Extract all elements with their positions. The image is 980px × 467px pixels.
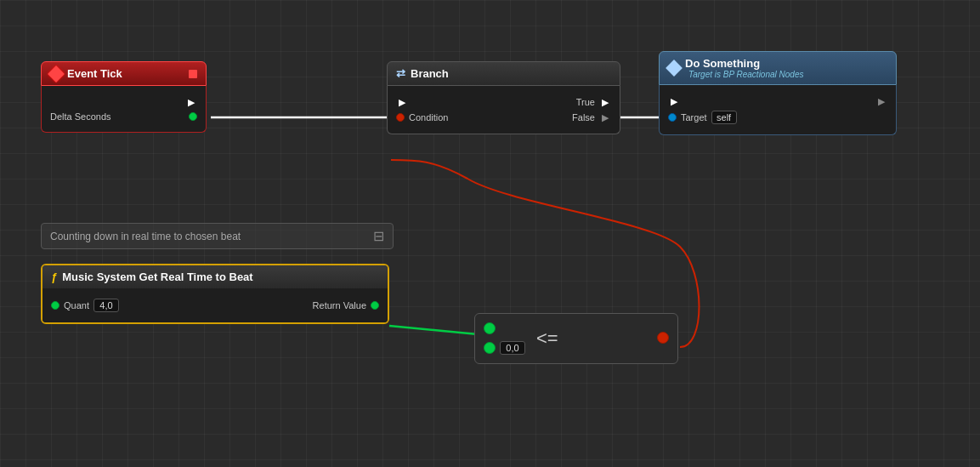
quant-label: Quant — [64, 300, 89, 310]
target-value[interactable]: self — [711, 111, 737, 124]
stop-icon — [189, 70, 197, 78]
false-label: False — [572, 112, 595, 122]
compare-output-pin[interactable] — [657, 332, 669, 344]
comment-text: Counting down in real time to chosen bea… — [50, 231, 241, 242]
event-tick-icon — [48, 65, 65, 83]
delta-seconds-label: Delta Seconds — [50, 111, 111, 122]
target-pin[interactable] — [668, 113, 677, 122]
event-tick-title: Event Tick — [67, 67, 122, 80]
compare-b-value[interactable]: 0,0 — [500, 341, 525, 355]
true-label: True — [576, 97, 595, 107]
branch-header: ⇄ Branch — [387, 61, 620, 86]
svg-line-2 — [389, 326, 478, 334]
branch-exec-row: True — [396, 96, 611, 108]
do-something-title: Do Something — [685, 57, 803, 70]
do-something-exec-row — [668, 95, 887, 107]
condition-label: Condition — [409, 112, 448, 122]
do-something-exec-output[interactable] — [875, 95, 887, 107]
compare-output — [657, 332, 669, 346]
branch-title: Branch — [411, 67, 449, 80]
false-exec-pin[interactable] — [599, 111, 611, 123]
delta-seconds-pin[interactable] — [189, 112, 197, 121]
true-exec-pin[interactable] — [599, 96, 611, 108]
compare-input-b-pin[interactable] — [484, 342, 496, 354]
music-title: Music System Get Real Time to Beat — [62, 271, 252, 283]
comment-icon: ⊟ — [373, 228, 384, 244]
condition-pin[interactable] — [396, 113, 405, 122]
event-tick-node: Event Tick Delta Seconds — [41, 61, 207, 133]
compare-operator: <= — [532, 323, 563, 354]
branch-node: ⇄ Branch True Condition False — [387, 61, 620, 134]
branch-exec-input[interactable] — [396, 96, 408, 108]
delta-seconds-row: Delta Seconds — [50, 111, 197, 122]
compare-input-a-pin[interactable] — [484, 322, 496, 334]
return-label: Return Value — [313, 300, 366, 310]
music-body: Quant 4,0 Return Value — [42, 288, 388, 322]
do-something-icon — [666, 60, 683, 77]
comment-box: Counting down in real time to chosen bea… — [41, 223, 394, 249]
compare-inputs: 0,0 — [484, 322, 525, 355]
branch-condition-row: Condition False — [396, 111, 611, 123]
blueprint-canvas: Event Tick Delta Seconds ⇄ Branch — [0, 0, 980, 467]
music-quant-row: Quant 4,0 Return Value — [51, 299, 379, 312]
exec-output-row — [50, 96, 197, 108]
do-something-header: Do Something Target is BP Reactional Nod… — [659, 51, 897, 85]
exec-output-pin[interactable] — [185, 96, 197, 108]
do-something-body: Target self — [659, 85, 897, 135]
do-something-node: Do Something Target is BP Reactional Nod… — [659, 51, 897, 135]
branch-icon: ⇄ — [396, 67, 405, 80]
target-label: Target — [681, 112, 707, 122]
do-something-target-row: Target self — [668, 111, 887, 124]
quant-value[interactable]: 4,0 — [93, 299, 119, 312]
branch-body: True Condition False — [387, 86, 620, 134]
compare-content: 0,0 <= — [484, 322, 669, 355]
compare-body: 0,0 <= — [474, 313, 678, 364]
compare-node: 0,0 <= — [474, 313, 678, 364]
event-tick-header: Event Tick — [41, 61, 207, 86]
func-icon: ƒ — [51, 271, 57, 283]
do-something-subtitle: Target is BP Reactional Nodes — [688, 70, 803, 79]
return-value-pin[interactable] — [371, 301, 379, 310]
event-tick-body: Delta Seconds — [41, 86, 207, 133]
music-header: ƒ Music System Get Real Time to Beat — [42, 265, 388, 288]
do-something-exec-input[interactable] — [668, 95, 680, 107]
quant-pin[interactable] — [51, 301, 59, 310]
music-system-node: ƒ Music System Get Real Time to Beat Qua… — [41, 264, 389, 324]
compare-input-b-row: 0,0 — [484, 341, 525, 355]
